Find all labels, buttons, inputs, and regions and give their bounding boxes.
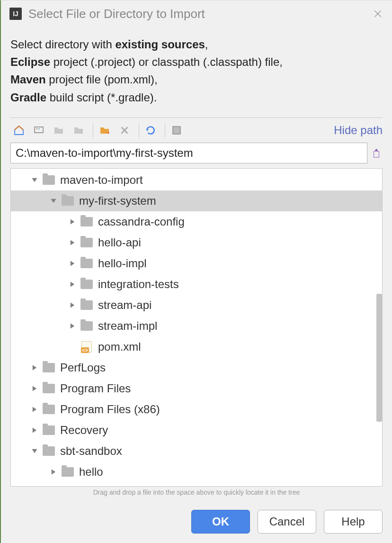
expand-arrow-icon[interactable] <box>68 280 77 289</box>
folder-icon <box>42 174 55 186</box>
folder-icon <box>80 279 93 290</box>
svg-marker-24 <box>33 386 36 391</box>
tree-node[interactable]: hello-api <box>11 232 382 253</box>
instr-line1b: existing sources <box>115 38 205 51</box>
desktop-button[interactable] <box>30 122 47 139</box>
svg-marker-15 <box>32 178 37 182</box>
svg-point-3 <box>36 128 37 129</box>
svg-marker-17 <box>71 219 74 224</box>
instr-line1a: Select directory with <box>10 38 115 51</box>
home-button[interactable] <box>10 122 27 139</box>
tree-node[interactable]: pom.xml <box>11 336 382 357</box>
tree-node-label: hello <box>79 465 103 479</box>
folder-icon <box>42 383 55 394</box>
toolbar-separator <box>93 123 93 137</box>
folder-icon <box>80 237 93 248</box>
new-folder-button[interactable] <box>96 122 113 139</box>
tree-node-label: hello-api <box>98 236 141 249</box>
folder-icon <box>61 466 74 478</box>
expand-arrow-icon[interactable] <box>68 300 77 310</box>
folder-icon <box>80 258 93 269</box>
tree-node[interactable]: hello <box>11 462 382 482</box>
drop-hint: Drag and drop a file into the space abov… <box>1 487 392 499</box>
instr-line2a: Eclipse <box>10 55 50 68</box>
hide-path-link[interactable]: Hide path <box>334 124 383 137</box>
show-hidden-icon <box>171 125 182 136</box>
close-button[interactable] <box>370 6 385 21</box>
expand-arrow-icon[interactable] <box>30 384 39 393</box>
expand-arrow-icon[interactable] <box>30 363 39 372</box>
folder-icon <box>80 216 93 227</box>
instr-line1c: , <box>205 38 208 51</box>
expand-arrow-icon[interactable] <box>68 259 77 268</box>
expand-arrow-icon[interactable] <box>68 321 77 331</box>
svg-point-4 <box>37 128 38 129</box>
tree-node[interactable]: Program Files <box>11 378 382 399</box>
tree-node[interactable]: sbt-sandbox <box>11 441 382 462</box>
tree-node[interactable]: stream-api <box>11 295 382 316</box>
folder-icon <box>42 362 55 373</box>
path-history-button[interactable] <box>370 146 383 160</box>
tree-node[interactable]: my-first-system <box>11 190 382 211</box>
svg-rect-2 <box>35 127 43 133</box>
instr-line3a: Maven <box>10 73 46 86</box>
show-hidden-button[interactable] <box>168 122 185 139</box>
expand-arrow-icon[interactable] <box>30 425 39 435</box>
maven-file-icon <box>80 341 93 353</box>
collapse-arrow-icon[interactable] <box>30 446 39 456</box>
refresh-button[interactable] <box>142 122 159 139</box>
svg-marker-25 <box>33 407 36 412</box>
expand-arrow-icon[interactable] <box>68 238 77 247</box>
folder-icon <box>61 195 74 207</box>
ok-button[interactable]: OK <box>191 510 250 534</box>
titlebar: IJ Select File or Directory to Import <box>1 0 392 27</box>
tree-node-label: hello-impl <box>98 257 147 270</box>
module-icon <box>73 125 84 136</box>
folder-icon <box>80 299 93 311</box>
path-input[interactable] <box>10 143 367 163</box>
button-bar: OK Cancel Help <box>1 504 392 543</box>
expand-arrow-icon[interactable] <box>49 467 58 477</box>
tree-node-label: integration-tests <box>98 278 179 291</box>
tree-node-label: PerfLogs <box>60 361 106 374</box>
svg-marker-28 <box>52 469 55 474</box>
desktop-icon <box>33 125 45 136</box>
tree-node-label: Recovery <box>60 424 108 437</box>
instr-line4b: build script (*.gradle). <box>46 91 157 104</box>
tree-node-label: pom.xml <box>98 340 141 353</box>
window-title: Select File or Directory to Import <box>28 7 370 21</box>
folder-icon <box>42 445 55 457</box>
dialog-window: IJ Select File or Directory to Import Se… <box>0 0 392 543</box>
tree-node[interactable]: Recovery <box>11 420 382 441</box>
cancel-button[interactable]: Cancel <box>258 510 316 534</box>
project-button[interactable] <box>50 122 67 139</box>
collapse-arrow-icon[interactable] <box>49 196 58 206</box>
tree-node[interactable]: maven-to-import <box>11 170 382 190</box>
project-icon <box>53 125 64 136</box>
tree-node-label: Program Files (x86) <box>60 403 160 416</box>
tree-node[interactable]: PerfLogs <box>11 357 382 378</box>
instr-line2b: project (.project) or classpath (.classp… <box>50 55 283 68</box>
module-button[interactable] <box>70 122 87 139</box>
expand-arrow-icon[interactable] <box>30 405 39 414</box>
delete-button[interactable] <box>116 122 133 139</box>
toolbar-separator <box>165 123 165 137</box>
tree-node-label: Program Files <box>60 382 131 395</box>
expand-arrow-icon[interactable] <box>68 217 77 226</box>
tree-node[interactable]: hello-impl <box>11 253 382 274</box>
delete-icon <box>119 125 130 136</box>
tree-node-label: maven-to-import <box>60 173 143 187</box>
new-folder-icon <box>99 125 110 136</box>
help-button[interactable]: Help <box>324 510 383 534</box>
tree-node[interactable]: Program Files (x86) <box>11 399 382 420</box>
file-tree[interactable]: maven-to-importmy-first-systemcassandra-… <box>10 168 383 487</box>
collapse-arrow-icon[interactable] <box>30 175 39 185</box>
tree-node[interactable]: cassandra-config <box>11 211 382 232</box>
svg-marker-20 <box>71 281 74 287</box>
tree-node-label: cassandra-config <box>98 215 185 228</box>
svg-marker-27 <box>32 449 37 453</box>
svg-rect-13 <box>374 151 379 157</box>
scrollbar[interactable] <box>376 294 382 422</box>
tree-node[interactable]: integration-tests <box>11 274 382 295</box>
tree-node[interactable]: stream-impl <box>11 316 382 336</box>
